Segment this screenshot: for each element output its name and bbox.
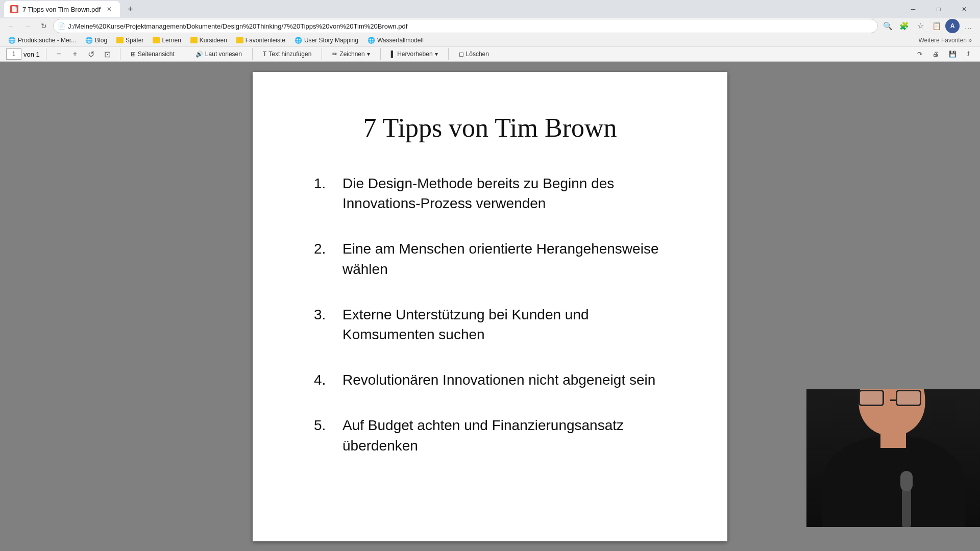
lock-icon: 📄 <box>58 22 65 30</box>
list-text: Die Design-Methode bereits zu Beginn des… <box>342 173 666 213</box>
bookmark-favoritenleiste[interactable]: Favoritenleiste <box>232 34 289 46</box>
glasses-right <box>896 390 921 406</box>
bookmarks-bar: 🌐 Produktsuche - Mer... 🌐 Blog Später Le… <box>0 34 980 47</box>
bookmark-label: Wasserfallmodell <box>377 37 424 44</box>
draw-button[interactable]: ✏ Zeichnen ▾ <box>328 47 374 61</box>
pdf-page-input[interactable] <box>6 48 21 60</box>
bookmark-label: Kursideen <box>200 37 227 44</box>
read-aloud-icon: 🔊 <box>195 51 203 58</box>
pdf-toolbar: von 1 − + ↺ ⊡ ⊞ Seitenansicht 🔊 Laut vor… <box>0 47 980 62</box>
webcam-person <box>806 389 980 527</box>
bookmark-label: Produktsuche - Mer... <box>18 37 76 44</box>
glasses-left <box>859 390 884 406</box>
tab-favicon: 📄 <box>10 5 18 13</box>
erase-icon: ◻ <box>459 51 464 58</box>
bookmark-icon: 🌐 <box>295 37 302 44</box>
page-view-button[interactable]: ⊞ Seitenansicht <box>127 47 179 61</box>
list-item: 3. Externe Unterstützung bei Kunden und … <box>314 305 666 344</box>
folder-icon <box>153 37 160 43</box>
share-button[interactable]: ⤴ <box>963 47 974 61</box>
highlight-icon: ▌ <box>391 51 396 58</box>
folder-icon <box>116 37 124 43</box>
bookmark-kursideen[interactable]: Kursideen <box>186 34 231 46</box>
highlight-label: Hervorheben <box>397 51 432 58</box>
bookmark-lernen[interactable]: Lernen <box>149 34 185 46</box>
list-number: 1. <box>314 173 334 213</box>
settings-icon[interactable]: … <box>961 18 976 34</box>
favorites-icon[interactable]: ☆ <box>913 18 928 34</box>
minimize-button[interactable]: ─ <box>901 0 925 18</box>
highlight-button[interactable]: ▌ Hervorheben ▾ <box>387 47 442 61</box>
print-button[interactable]: 🖨 <box>928 47 943 61</box>
microphone-stand <box>902 486 911 527</box>
bookmark-user-story-mapping[interactable]: 🌐 User Story Mapping <box>290 34 362 46</box>
toolbar-divider <box>185 48 185 60</box>
window-controls: ─ □ ✕ <box>901 0 976 18</box>
bookmark-wasserfallmodell[interactable]: 🌐 Wasserfallmodell <box>363 34 428 46</box>
tab-close-button[interactable]: ✕ <box>105 5 114 14</box>
fit-page-button[interactable]: ⊡ <box>102 48 114 60</box>
read-aloud-button[interactable]: 🔊 Laut vorlesen <box>191 47 246 61</box>
forward-button[interactable]: → <box>20 19 35 33</box>
bookmark-label: Favoritenleiste <box>246 37 285 44</box>
webcam-overlay <box>806 389 980 527</box>
list-number: 4. <box>314 370 334 390</box>
list-text: Revolutionären Innovationen nicht abgene… <box>342 370 655 390</box>
list-number: 2. <box>314 239 334 279</box>
nav-right-icons: 🔍 🧩 ☆ 📋 A … <box>880 18 976 34</box>
collections-icon[interactable]: 📋 <box>929 18 944 34</box>
extensions-icon[interactable]: 🧩 <box>896 18 912 34</box>
list-text: Eine am Menschen orientierte Herangehens… <box>342 239 666 279</box>
bookmark-label: User Story Mapping <box>304 37 358 44</box>
page-view-icon: ⊞ <box>131 51 136 58</box>
bookmark-spaeter[interactable]: Später <box>112 34 148 46</box>
draw-dropdown-icon: ▾ <box>367 51 370 58</box>
address-bar[interactable]: 📄 J:/Meine%20Kurse/Projektmanagement/Dok… <box>53 19 878 33</box>
toolbar-divider <box>120 48 120 60</box>
list-text: Auf Budget achten und Finanzierungsansat… <box>342 415 666 455</box>
browser-tab[interactable]: 📄 7 Tipps von Tim Brown.pdf ✕ <box>4 1 120 17</box>
tab-title: 7 Tipps von Tim Brown.pdf <box>22 6 101 13</box>
folder-icon <box>190 37 198 43</box>
zoom-reset-button[interactable]: ↺ <box>85 48 97 60</box>
list-number: 5. <box>314 415 334 455</box>
new-tab-button[interactable]: + <box>123 2 137 16</box>
read-aloud-label: Laut vorlesen <box>205 51 242 58</box>
toolbar-divider <box>252 48 253 60</box>
pdf-right-tools: ↷ 🖨 💾 ⤴ <box>913 47 974 61</box>
refresh-button[interactable]: ↻ <box>37 19 51 33</box>
bookmark-icon: 🌐 <box>85 37 93 44</box>
list-item: 5. Auf Budget achten und Finanzierungsan… <box>314 415 666 455</box>
browser-frame: 📄 7 Tipps von Tim Brown.pdf ✕ + ─ □ ✕ ← … <box>0 0 980 551</box>
toolbar-divider <box>46 48 46 60</box>
folder-icon <box>236 37 243 43</box>
zoom-icon[interactable]: 🔍 <box>880 18 895 34</box>
zoom-out-button[interactable]: − <box>53 48 65 60</box>
erase-button[interactable]: ◻ Löschen <box>455 47 493 61</box>
save-button[interactable]: 💾 <box>945 47 961 61</box>
microphone-head <box>900 471 913 491</box>
bookmark-produktsuche[interactable]: 🌐 Produktsuche - Mer... <box>4 34 80 46</box>
bookmarks-more-button[interactable]: Weitere Favoriten » <box>915 37 976 44</box>
list-number: 3. <box>314 305 334 344</box>
back-button[interactable]: ← <box>4 19 18 33</box>
add-text-button[interactable]: T Text hinzufügen <box>259 47 315 61</box>
pdf-page-total: von 1 <box>23 51 40 58</box>
page-view-label: Seitenansicht <box>138 51 175 58</box>
bookmark-blog[interactable]: 🌐 Blog <box>81 34 111 46</box>
maximize-button[interactable]: □ <box>927 0 950 18</box>
content-wrapper: 7 Tipps von Tim Brown 1. Die Design-Meth… <box>0 62 980 551</box>
profile-button[interactable]: A <box>945 19 960 33</box>
toolbar-divider <box>322 48 322 60</box>
pdf-list: 1. Die Design-Methode bereits zu Beginn … <box>314 173 666 456</box>
zoom-in-button[interactable]: + <box>69 48 81 60</box>
toolbar-divider <box>380 48 381 60</box>
list-item: 4. Revolutionären Innovationen nicht abg… <box>314 370 666 390</box>
navigation-bar: ← → ↻ 📄 J:/Meine%20Kurse/Projektmanageme… <box>0 18 980 34</box>
list-text: Externe Unterstützung bei Kunden und Kom… <box>342 305 666 344</box>
pdf-title: 7 Tipps von Tim Brown <box>314 113 666 143</box>
bookmark-label: Lernen <box>162 37 181 44</box>
bookmark-icon: 🌐 <box>368 37 375 44</box>
rotate-button[interactable]: ↷ <box>913 47 926 61</box>
close-button[interactable]: ✕ <box>952 0 976 18</box>
